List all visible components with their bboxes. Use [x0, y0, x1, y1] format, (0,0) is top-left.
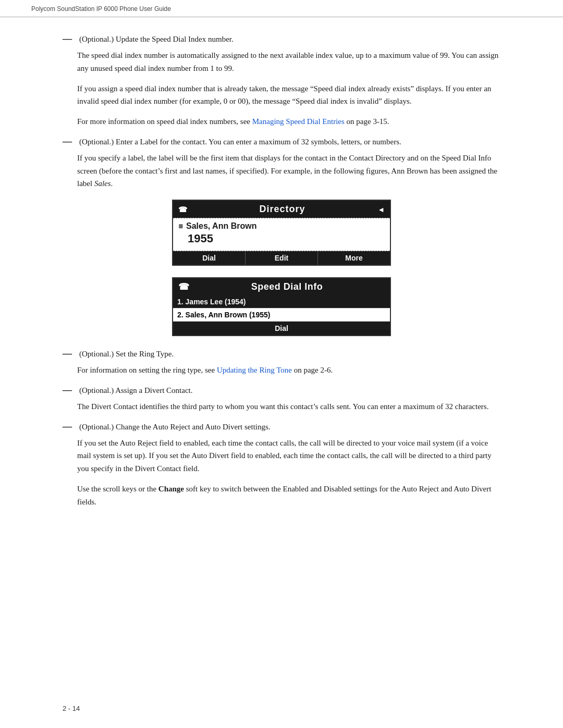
paragraph-8: Use the scroll keys or the Change soft k…	[77, 483, 500, 509]
bullet-item-3: — (Optional.) Set the Ring Type.	[63, 348, 500, 361]
speed-dial-screen: ☎ Speed Dial Info 1. James Lee (1954) 2.…	[172, 277, 391, 336]
bullet-text-1: (Optional.) Update the Speed Dial Index …	[79, 33, 234, 45]
para4-italic: Sales	[94, 179, 111, 188]
speed-dial-softkey[interactable]: Dial	[173, 322, 390, 335]
ring-tone-link[interactable]: Updating the Ring Tone	[217, 366, 292, 374]
paragraph-3: For more information on speed dial index…	[77, 115, 500, 128]
directory-title: Directory	[260, 204, 305, 215]
para4-text: If you specify a label, the label will b…	[77, 154, 497, 188]
bullet-item-4: — (Optional.) Assign a Divert Contact.	[63, 384, 500, 397]
directory-softkey-bar: Dial Edit More	[173, 251, 390, 265]
more-softkey[interactable]: More	[318, 251, 390, 265]
contact-number: 1955	[178, 231, 385, 248]
directory-phone-icon: ☎	[178, 205, 187, 214]
directory-signal-icon: ◄	[377, 205, 385, 214]
bullet-dash-4: —	[63, 383, 72, 397]
speed-title-bar: ☎ Speed Dial Info	[173, 278, 390, 295]
speed-dial-row-1: 1. James Lee (1954)	[173, 295, 390, 309]
para5-prefix: For information on setting the ring type…	[77, 366, 217, 374]
paragraph-2: If you assign a speed dial index number …	[77, 82, 500, 108]
para3-suffix: on page 3-15.	[345, 117, 389, 126]
page-header: Polycom SoundStation IP 6000 Phone User …	[0, 0, 563, 17]
speed-phone-icon: ☎	[178, 281, 189, 292]
speed-softkey-bar: Dial	[173, 322, 390, 335]
bullet-dash-3: —	[63, 347, 72, 361]
bullet-item-5: — (Optional.) Change the Auto Reject and…	[63, 421, 500, 434]
grid-icon: ≣	[178, 223, 183, 230]
header-text: Polycom SoundStation IP 6000 Phone User …	[31, 5, 171, 13]
page-content: — (Optional.) Update the Speed Dial Inde…	[0, 17, 563, 547]
bullet-dash-2: —	[63, 134, 72, 149]
directory-title-bar: ☎ Directory ◄	[173, 201, 390, 218]
bullet-item-1: — (Optional.) Update the Speed Dial Inde…	[63, 33, 500, 46]
paragraph-6: The Divert Contact identifies the third …	[77, 400, 500, 413]
directory-contact-row: ≣ Sales, Ann Brown 1955	[173, 218, 390, 251]
para5-suffix: on page 2-6.	[292, 366, 333, 374]
paragraph-1: The speed dial index number is automatic…	[77, 49, 500, 75]
directory-screen: ☎ Directory ◄ ≣ Sales, Ann Brown 1955 Di…	[172, 200, 391, 266]
edit-softkey[interactable]: Edit	[246, 251, 318, 265]
speed-title: Speed Dial Info	[251, 281, 323, 292]
managing-speed-dial-link[interactable]: Managing Speed Dial Entries	[252, 117, 345, 126]
dial-softkey[interactable]: Dial	[173, 251, 246, 265]
para8-prefix: Use the scroll keys or the	[77, 485, 158, 493]
para8-bold: Change	[158, 485, 184, 493]
paragraph-7: If you set the Auto Reject field to enab…	[77, 437, 500, 475]
bullet-text-5: (Optional.) Change the Auto Reject and A…	[79, 421, 271, 433]
bullet-item-2: — (Optional.) Enter a Label for the cont…	[63, 135, 500, 149]
bullet-text-3: (Optional.) Set the Ring Type.	[79, 348, 174, 360]
page-footer: 2 - 14	[63, 705, 80, 712]
paragraph-5: For information on setting the ring type…	[77, 364, 500, 377]
para4-end: .	[111, 179, 113, 188]
para3-prefix: For more information on speed dial index…	[77, 117, 252, 126]
bullet-dash-1: —	[63, 32, 72, 46]
bullet-dash-5: —	[63, 419, 72, 434]
speed-dial-row-2: 2. Sales, Ann Brown (1955)	[173, 309, 390, 322]
contact-name: ≣ Sales, Ann Brown	[178, 221, 385, 231]
bullet-text-4: (Optional.) Assign a Divert Contact.	[79, 384, 192, 397]
page-number: 2 - 14	[63, 705, 80, 712]
bullet-text-2: (Optional.) Enter a Label for the contac…	[79, 135, 401, 148]
paragraph-4: If you specify a label, the label will b…	[77, 152, 500, 190]
